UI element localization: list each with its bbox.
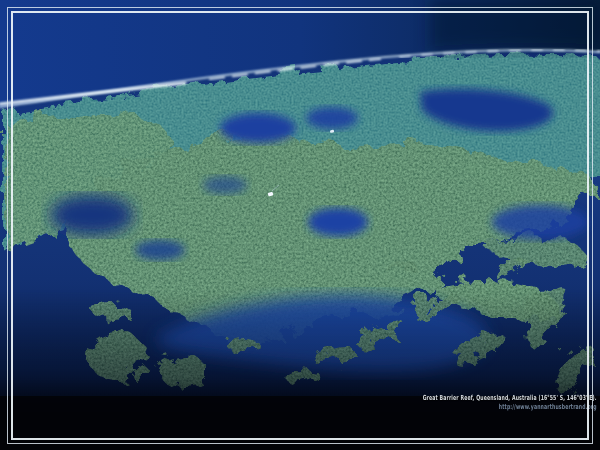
wallpaper: Great Barrier Reef, Queensland, Australi… xyxy=(0,0,600,450)
photo-caption: Great Barrier Reef, Queensland, Australi… xyxy=(423,394,597,411)
reef-aerial-photo xyxy=(0,0,600,450)
dark-corner-water xyxy=(430,0,600,52)
caption-location: Great Barrier Reef, Queensland, Australi… xyxy=(423,394,597,403)
caption-url: http://www.yannarthusbertrand.org xyxy=(423,403,597,412)
